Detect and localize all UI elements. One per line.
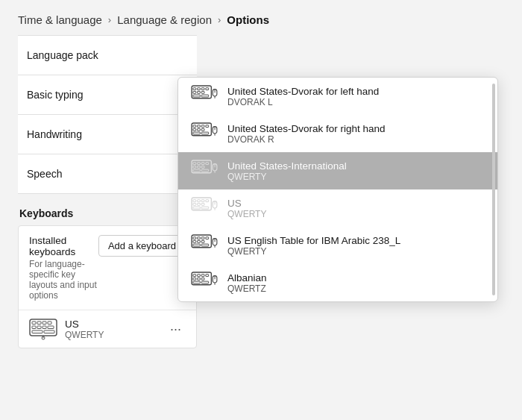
keyboards-section: Keyboards Installed keyboards For langua… — [18, 207, 197, 348]
svg-rect-34 — [193, 132, 200, 134]
svg-rect-21 — [193, 95, 200, 97]
dropdown-item-text-5: Albanian QWERTZ — [227, 272, 267, 294]
breadcrumb-language-region[interactable]: Language & region — [117, 13, 212, 26]
svg-rect-60 — [193, 207, 200, 209]
svg-rect-8 — [48, 326, 54, 329]
svg-rect-2 — [37, 322, 41, 325]
dropdown-item-text-0: United States-Dvorak for left hand DVORA… — [227, 86, 379, 107]
svg-rect-46 — [201, 166, 204, 168]
dropdown-keyboard-icon-1 — [190, 122, 218, 145]
add-keyboard-button[interactable]: Add a keyboard — [98, 235, 186, 257]
dropdown-scrollbar[interactable] — [492, 84, 495, 295]
svg-rect-22 — [201, 95, 208, 97]
svg-rect-5 — [32, 326, 36, 329]
svg-rect-40 — [193, 163, 196, 165]
svg-rect-55 — [201, 200, 204, 202]
svg-rect-45 — [198, 166, 201, 168]
dropdown-item-3: US QWERTY — [178, 189, 497, 227]
installed-keyboards-title: Installed keyboards — [29, 235, 98, 257]
main-content: Language pack Basic typing Handwriting S… — [0, 35, 522, 420]
svg-rect-17 — [206, 88, 209, 90]
svg-rect-66 — [193, 237, 196, 239]
dropdown-keyboard-icon-5 — [190, 272, 218, 294]
svg-rect-44 — [193, 166, 196, 168]
keyboard-item-us: US QWERTY ··· — [19, 310, 196, 348]
svg-rect-47 — [193, 169, 200, 172]
dropdown-keyboard-icon-0 — [190, 85, 218, 107]
svg-rect-82 — [206, 275, 209, 277]
dropdown-item-text-2: United States-International QWERTY — [227, 160, 347, 182]
breadcrumb: Time & language › Language & region › Op… — [0, 0, 522, 35]
dropdown-item-text-3: US QWERTY — [227, 198, 266, 219]
svg-rect-41 — [198, 163, 201, 165]
dropdown-item-text-1: United States-Dvorak for right hand DVOR… — [227, 123, 386, 145]
nav-item-basic-typing[interactable]: Basic typing — [18, 75, 197, 115]
svg-rect-14 — [193, 88, 196, 90]
svg-rect-16 — [201, 88, 204, 90]
svg-rect-28 — [198, 125, 201, 128]
nav-item-language-pack[interactable]: Language pack — [18, 35, 197, 75]
breadcrumb-sep-1: › — [108, 14, 111, 25]
svg-rect-86 — [193, 281, 200, 283]
svg-rect-71 — [198, 240, 201, 242]
svg-rect-54 — [198, 200, 201, 202]
keyboards-header: Installed keyboards For language-specifi… — [19, 226, 196, 310]
svg-rect-18 — [193, 91, 196, 93]
svg-rect-73 — [193, 244, 200, 246]
svg-rect-43 — [206, 163, 209, 165]
dropdown-item-2[interactable]: United States-International QWERTY — [178, 152, 497, 189]
keyboards-card: Installed keyboards For language-specifi… — [18, 225, 197, 348]
dropdown-keyboard-icon-4 — [190, 234, 218, 257]
svg-rect-10 — [44, 330, 54, 333]
svg-rect-33 — [201, 128, 204, 131]
keyboard-info-us: US QWERTY — [65, 319, 104, 340]
svg-rect-59 — [201, 203, 204, 205]
breadcrumb-time-language[interactable]: Time & language — [18, 13, 102, 26]
svg-rect-29 — [201, 125, 204, 128]
svg-rect-6 — [37, 326, 41, 329]
svg-rect-35 — [201, 132, 208, 134]
dropdown-keyboard-icon-2 — [190, 160, 218, 182]
svg-rect-79 — [193, 275, 196, 277]
svg-rect-27 — [193, 125, 196, 128]
installed-keyboards-subtitle: For language-specific key layouts and in… — [29, 259, 98, 301]
svg-rect-15 — [198, 88, 201, 90]
svg-rect-81 — [201, 275, 204, 277]
keyboard-dropdown[interactable]: United States-Dvorak for left hand DVORA… — [177, 77, 498, 302]
keyboards-header-text: Installed keyboards For language-specifi… — [29, 235, 98, 301]
svg-rect-9 — [32, 330, 43, 333]
svg-rect-87 — [201, 281, 208, 283]
svg-rect-30 — [206, 125, 209, 128]
svg-rect-74 — [201, 244, 208, 246]
dropdown-item-4[interactable]: US English Table for IBM Arabic 238_L QW… — [178, 227, 497, 264]
dropdown-item-1[interactable]: United States-Dvorak for right hand DVOR… — [178, 115, 497, 152]
dropdown-item-5[interactable]: Albanian QWERTZ — [178, 264, 497, 301]
nav-item-speech[interactable]: Speech — [18, 154, 197, 194]
svg-rect-57 — [193, 203, 196, 205]
svg-rect-4 — [48, 322, 51, 325]
svg-rect-7 — [43, 326, 46, 329]
svg-rect-70 — [193, 240, 196, 242]
svg-rect-20 — [201, 91, 204, 93]
svg-rect-31 — [193, 128, 196, 131]
nav-item-handwriting[interactable]: Handwriting — [18, 115, 197, 154]
svg-rect-53 — [193, 200, 196, 202]
svg-rect-56 — [206, 200, 209, 202]
svg-rect-61 — [201, 207, 208, 209]
svg-rect-1 — [32, 322, 36, 325]
svg-rect-68 — [201, 237, 204, 239]
keyboard-icon — [29, 318, 57, 340]
svg-rect-85 — [201, 278, 204, 280]
svg-rect-80 — [198, 275, 201, 277]
keyboard-more-button[interactable]: ··· — [166, 320, 186, 339]
dropdown-item-0[interactable]: United States-Dvorak for left hand DVORA… — [178, 78, 497, 115]
breadcrumb-sep-2: › — [218, 14, 221, 25]
svg-rect-67 — [198, 237, 201, 239]
svg-rect-32 — [198, 128, 201, 131]
svg-rect-19 — [198, 91, 201, 93]
dropdown-keyboard-icon-3 — [190, 197, 218, 219]
keyboards-section-label: Keyboards — [18, 207, 197, 219]
dropdown-item-text-4: US English Table for IBM Arabic 238_L QW… — [227, 235, 400, 257]
svg-rect-48 — [201, 169, 208, 172]
svg-rect-72 — [201, 240, 204, 242]
